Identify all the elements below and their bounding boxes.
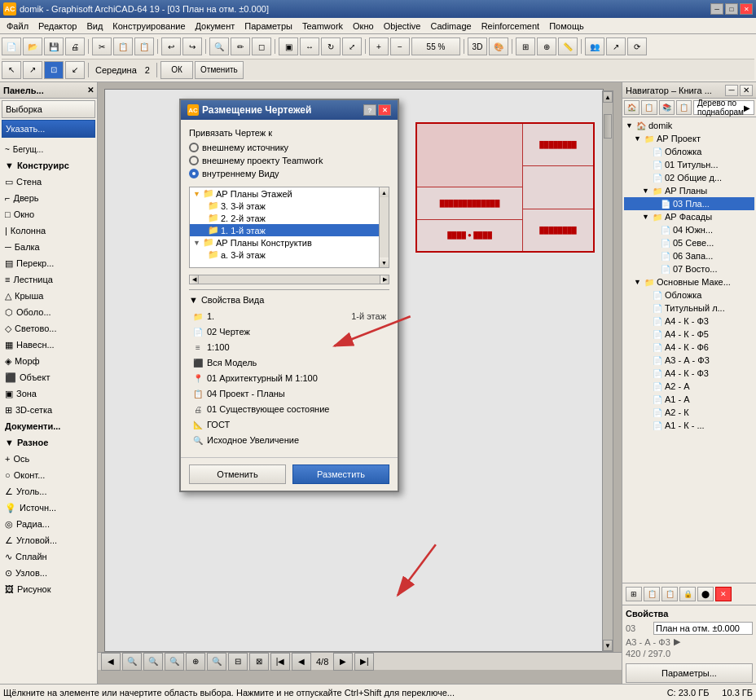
sidebar-item-3dgrid[interactable]: ⊞ 3D-сетка [0, 402, 97, 418]
tree-02-general[interactable]: ▷ 📄 02 Общие д... [624, 171, 754, 184]
tree-ar-facades[interactable]: ▼ 📁 АР Фасады [624, 210, 754, 223]
sidebar-item-spline[interactable]: ∿ Сплайн [0, 548, 97, 565]
ok-button[interactable]: ОК [160, 61, 193, 79]
tb-save[interactable]: 💾 [44, 37, 64, 55]
tree-a3af3[interactable]: ▷ 📄 А3 - А - Ф3 [624, 354, 754, 367]
sidebar-item-axis[interactable]: + Ось [0, 451, 97, 467]
props-header[interactable]: ▼ Свойства Вида [189, 295, 389, 305]
nav-btn-3[interactable]: 📋 [662, 587, 678, 601]
panel-close-btn[interactable]: ✕ [87, 86, 94, 95]
tb-share[interactable]: ↗ [606, 37, 626, 55]
sidebar-item-contour[interactable]: ○ Оконт... [0, 467, 97, 483]
tree-main-layouts[interactable]: ▼ 📁 Основные Маке... [624, 275, 754, 288]
tree-a4kf5[interactable]: ▷ 📄 А4 - К - Ф5 [624, 328, 754, 341]
tree-ar-plans[interactable]: ▼ 📁 АР Планы [624, 184, 754, 197]
tree-a4kf6[interactable]: ▷ 📄 А4 - К - Ф6 [624, 341, 754, 354]
tb-move[interactable]: ↔ [300, 37, 319, 55]
radio-internal-view[interactable]: внутреннему Виду [189, 169, 389, 178]
sidebar-item-construct-group[interactable]: ▼ Конструирс [0, 157, 97, 174]
selection-btn[interactable]: Выборка [2, 100, 95, 118]
dialog-view-tree[interactable]: ▼ 📁 АР Планы Этажей ▷ 📁 3. 3-й этаж ▷ 📁 [189, 187, 389, 268]
nav-close-btn[interactable]: ✕ [740, 85, 753, 96]
params-button[interactable]: Параметры... [626, 663, 753, 683]
menu-editor[interactable]: Редактор [33, 20, 81, 33]
tb-zoom-level[interactable]: 55 % [411, 37, 460, 55]
tb-arrow2[interactable]: ↗ [23, 61, 42, 79]
menu-document[interactable]: Документ [191, 20, 240, 33]
tb-zoom-in[interactable]: + [369, 37, 389, 55]
sidebar-item-morph[interactable]: ◈ Морф [0, 353, 97, 369]
tree-a2a[interactable]: ▷ 📄 А2 - А [624, 380, 754, 393]
tree-layout-cover[interactable]: ▷ 📄 Обложка [624, 288, 754, 302]
tree-a4kf3[interactable]: ▷ 📄 А4 - К - Ф3 [624, 315, 754, 328]
sidebar-item-source[interactable]: 💡 Источн... [0, 500, 97, 516]
menu-params[interactable]: Параметры [240, 20, 297, 33]
tb-snap[interactable]: ⊕ [537, 37, 556, 55]
dtree-ar-construct[interactable]: ▼ 📁 АР Планы Конструктив [190, 236, 389, 249]
sidebar-item-roof[interactable]: △ Крыша [0, 288, 97, 304]
sidebar-item-wall[interactable]: ▭ Стена [0, 174, 97, 190]
tb-rotate[interactable]: ↻ [321, 37, 341, 55]
nav-dropdown[interactable]: Дерево по поднаборам ▶ [693, 100, 754, 115]
dialog-close-btn[interactable]: ✕ [378, 104, 391, 116]
menu-objective[interactable]: Objective [379, 20, 426, 33]
dialog-place-button[interactable]: Разместить [292, 464, 389, 484]
tb-redo[interactable]: ↪ [182, 37, 202, 55]
radio-teamwork[interactable]: внешнему проекту Teamwork [189, 156, 389, 165]
tree-01-title[interactable]: ▷ 📄 01 Титульн... [624, 158, 754, 171]
tb-scale[interactable]: ⤢ [342, 37, 362, 55]
tb-paste[interactable]: 📋 [134, 37, 154, 55]
tb-3d[interactable]: 3D [468, 37, 487, 55]
tree-ar-project[interactable]: ▼ 📁 АР Проект [624, 132, 754, 145]
tb-select[interactable]: ▣ [279, 37, 298, 55]
sidebar-item-nodetext[interactable]: ⊙ Узлов... [0, 565, 97, 581]
sidebar-item-window[interactable]: □ Окно [0, 206, 97, 222]
tree-scrollbar[interactable]: ▲ ▼ [379, 187, 389, 267]
tree-a1k[interactable]: ▷ 📄 А1 - К - ... [624, 419, 754, 432]
tree-06-west[interactable]: ▷ 📄 06 Запа... [624, 249, 754, 262]
tb-copy[interactable]: 📋 [113, 37, 133, 55]
tree-03-plan[interactable]: ▷ 📄 03 Пла... [624, 197, 754, 210]
sidebar-item-misc-group[interactable]: ▼ Разное [0, 434, 97, 451]
radio-external-source[interactable]: внешнему источнику [189, 143, 389, 152]
tb-cut[interactable]: ✂ [92, 37, 112, 55]
hscroll-right[interactable]: ▶ [380, 275, 389, 284]
dtree-ar-plans[interactable]: ▼ 📁 АР Планы Этажей [190, 187, 389, 200]
menu-help[interactable]: Помощь [544, 20, 589, 33]
menu-cadimage[interactable]: Cadimage [425, 20, 476, 33]
menu-construct[interactable]: Конструирование [108, 20, 190, 33]
sidebar-item-picture[interactable]: 🖼 Рисунок [0, 581, 97, 597]
dialog-cancel-button[interactable]: Отменить [189, 464, 286, 484]
pointer-btn[interactable]: Указать... [2, 120, 95, 138]
sidebar-item-angle[interactable]: ∠ Уголь... [0, 483, 97, 500]
close-button[interactable]: ✕ [740, 3, 753, 15]
nav-tb-book[interactable]: 📚 [659, 100, 675, 115]
tb-search[interactable]: 🔍 [209, 37, 229, 55]
tree-root[interactable]: ▼ 🏠 domik [624, 119, 754, 132]
tree-04-south[interactable]: ▷ 📄 04 Южн... [624, 223, 754, 236]
dtree-construct-floor3[interactable]: ▷ 📁 а. 3-й этаж [190, 249, 389, 261]
sidebar-item-slab[interactable]: ▤ Перекр... [0, 255, 97, 271]
tb-sync[interactable]: ⟳ [627, 37, 647, 55]
tb-cursor[interactable]: ↙ [65, 61, 85, 79]
nav-tb-list[interactable]: 📋 [676, 100, 692, 115]
tb-arrow[interactable]: ↖ [2, 61, 21, 79]
tree-a1a[interactable]: ▷ 📄 А1 - А [624, 393, 754, 406]
nav-tb-folder[interactable]: 📋 [641, 100, 657, 115]
tb-grid[interactable]: ⊞ [516, 37, 535, 55]
sidebar-item-column[interactable]: | Колонна [0, 222, 97, 239]
cancel-button[interactable]: Отменить [195, 61, 244, 79]
menu-window[interactable]: Окно [348, 20, 379, 33]
maximize-button[interactable]: □ [725, 3, 738, 15]
sidebar-item-beam[interactable]: ─ Балка [0, 239, 97, 255]
nav-btn-circle[interactable]: ⬤ [697, 587, 714, 601]
nav-btn-1[interactable]: ⊞ [626, 587, 642, 601]
tb-teamwork[interactable]: 👥 [585, 37, 604, 55]
tb-pencil[interactable]: ✏ [231, 37, 250, 55]
nav-btn-delete[interactable]: ✕ [715, 587, 732, 601]
tb-measure[interactable]: 📏 [558, 37, 578, 55]
nav-btn-2[interactable]: 📋 [644, 587, 660, 601]
hscroll-track[interactable] [199, 275, 380, 284]
sidebar-item-docs-group[interactable]: Документи... [0, 418, 97, 434]
sidebar-item-curtain[interactable]: ▦ Навесн... [0, 337, 97, 353]
